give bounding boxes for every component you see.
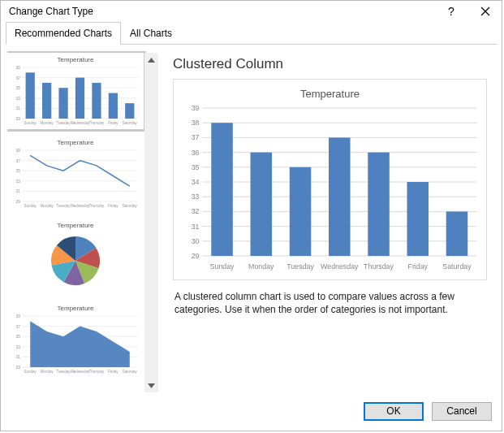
close-icon bbox=[480, 6, 490, 16]
svg-rect-92 bbox=[251, 153, 273, 256]
titlebar: Change Chart Type ? bbox=[1, 1, 502, 22]
content-area: Temperature 293133353739SundayMondayTues… bbox=[1, 45, 502, 394]
dialog-footer: OK Cancel bbox=[1, 394, 502, 431]
thumb-title: Temperature bbox=[11, 56, 140, 63]
scroll-down-button[interactable] bbox=[144, 379, 158, 392]
cancel-button[interactable]: Cancel bbox=[432, 402, 492, 421]
svg-text:Monday: Monday bbox=[248, 262, 274, 271]
svg-rect-96 bbox=[329, 137, 351, 256]
svg-text:33: 33 bbox=[15, 179, 20, 184]
svg-text:Saturday: Saturday bbox=[123, 370, 138, 374]
svg-text:31: 31 bbox=[15, 188, 20, 193]
line-chart-icon: 293133353739SundayMondayTuesdayWednesday… bbox=[11, 148, 140, 208]
svg-text:Saturday: Saturday bbox=[123, 204, 138, 208]
thumb-title: Temperature bbox=[11, 139, 140, 146]
svg-text:Thursday: Thursday bbox=[89, 370, 106, 374]
svg-text:38: 38 bbox=[192, 119, 200, 127]
svg-text:39: 39 bbox=[192, 104, 200, 112]
thumb-pie[interactable]: Temperature bbox=[7, 219, 144, 295]
main-pane: Clustered Column Temperature 29303132333… bbox=[158, 51, 495, 394]
thumb-title: Temperature bbox=[11, 305, 140, 312]
clustered-column-chart: 2930313233343536373839SundayMondayTuesda… bbox=[179, 103, 481, 274]
chart-preview[interactable]: Temperature 2930313233343536373839Sunday… bbox=[173, 79, 487, 280]
svg-text:31: 31 bbox=[192, 223, 200, 231]
svg-rect-22 bbox=[42, 83, 51, 119]
sidebar-scrollbar[interactable] bbox=[144, 53, 158, 392]
svg-text:36: 36 bbox=[192, 149, 200, 157]
svg-text:35: 35 bbox=[192, 163, 200, 171]
svg-text:34: 34 bbox=[192, 178, 200, 186]
svg-text:31: 31 bbox=[15, 354, 20, 359]
svg-text:31: 31 bbox=[15, 106, 20, 110]
svg-rect-100 bbox=[407, 182, 429, 256]
change-chart-type-dialog: Change Chart Type ? Recommended Charts A… bbox=[0, 0, 502, 431]
chart-type-title: Clustered Column bbox=[173, 56, 487, 72]
svg-text:Wednesday: Wednesday bbox=[71, 204, 90, 208]
tabs: Recommended Charts All Charts bbox=[1, 22, 502, 45]
svg-text:Sunday: Sunday bbox=[210, 262, 235, 271]
svg-text:35: 35 bbox=[15, 334, 20, 339]
svg-text:30: 30 bbox=[192, 237, 200, 245]
svg-text:33: 33 bbox=[192, 193, 200, 201]
svg-text:Tuesday: Tuesday bbox=[57, 370, 71, 374]
svg-text:Thursday: Thursday bbox=[364, 262, 394, 271]
svg-text:32: 32 bbox=[192, 207, 200, 215]
svg-text:Monday: Monday bbox=[41, 370, 54, 374]
svg-text:Sunday: Sunday bbox=[24, 204, 37, 208]
pie-chart-icon bbox=[11, 231, 140, 291]
svg-text:37: 37 bbox=[15, 324, 20, 329]
recommended-sidebar: Temperature 293133353739SundayMondayTues… bbox=[7, 51, 158, 394]
svg-text:35: 35 bbox=[15, 168, 20, 173]
svg-text:29: 29 bbox=[192, 252, 200, 260]
svg-rect-27 bbox=[125, 103, 134, 119]
svg-text:Wednesday: Wednesday bbox=[71, 370, 90, 374]
chevron-up-icon bbox=[148, 58, 155, 63]
tab-all-charts[interactable]: All Charts bbox=[121, 22, 181, 45]
svg-text:29: 29 bbox=[15, 365, 20, 370]
svg-rect-94 bbox=[290, 167, 312, 256]
svg-text:37: 37 bbox=[15, 158, 20, 163]
svg-rect-23 bbox=[58, 88, 67, 119]
svg-text:Sunday: Sunday bbox=[24, 121, 37, 125]
svg-text:Thursday: Thursday bbox=[89, 121, 106, 125]
svg-text:Friday: Friday bbox=[108, 121, 118, 125]
tab-recommended-charts[interactable]: Recommended Charts bbox=[6, 22, 121, 45]
thumb-title: Temperature bbox=[11, 222, 140, 229]
svg-text:29: 29 bbox=[15, 199, 20, 204]
svg-text:Tuesday: Tuesday bbox=[57, 121, 71, 125]
chart-description: A clustered column chart is used to comp… bbox=[174, 290, 485, 316]
svg-text:Saturday: Saturday bbox=[442, 262, 472, 271]
svg-text:33: 33 bbox=[15, 344, 20, 349]
svg-text:35: 35 bbox=[15, 85, 20, 90]
svg-text:37: 37 bbox=[192, 133, 200, 141]
close-button[interactable] bbox=[476, 6, 495, 16]
area-chart-icon: 293133353739SundayMondayTuesdayWednesday… bbox=[11, 314, 140, 374]
svg-text:Friday: Friday bbox=[108, 204, 118, 208]
svg-marker-67 bbox=[148, 383, 155, 388]
ok-button[interactable]: OK bbox=[364, 402, 424, 421]
bar-chart-icon: 293133353739SundayMondayTuesdayWednesday… bbox=[11, 65, 140, 125]
svg-text:Wednesday: Wednesday bbox=[321, 262, 359, 271]
thumb-area[interactable]: Temperature 293133353739SundayMondayTues… bbox=[7, 301, 144, 378]
svg-rect-26 bbox=[109, 93, 118, 119]
svg-rect-90 bbox=[211, 123, 233, 256]
svg-text:33: 33 bbox=[15, 96, 20, 101]
scroll-up-button[interactable] bbox=[144, 53, 158, 67]
svg-text:Thursday: Thursday bbox=[89, 204, 106, 208]
svg-rect-102 bbox=[446, 211, 468, 256]
svg-text:Monday: Monday bbox=[41, 204, 54, 208]
thumb-clustered-column[interactable]: Temperature 293133353739SundayMondayTues… bbox=[7, 53, 144, 129]
svg-text:37: 37 bbox=[15, 76, 20, 80]
svg-text:29: 29 bbox=[15, 116, 20, 121]
svg-text:Tuesday: Tuesday bbox=[286, 262, 314, 271]
thumb-line[interactable]: Temperature 293133353739SundayMondayTues… bbox=[7, 136, 144, 212]
chevron-down-icon bbox=[148, 383, 155, 388]
svg-rect-98 bbox=[368, 153, 390, 256]
window-title: Change Chart Type bbox=[9, 6, 93, 17]
svg-text:39: 39 bbox=[15, 65, 20, 70]
svg-text:Friday: Friday bbox=[407, 262, 428, 271]
svg-text:Friday: Friday bbox=[108, 370, 118, 374]
help-button[interactable]: ? bbox=[442, 6, 461, 17]
svg-text:39: 39 bbox=[15, 314, 20, 318]
svg-rect-21 bbox=[26, 72, 35, 119]
